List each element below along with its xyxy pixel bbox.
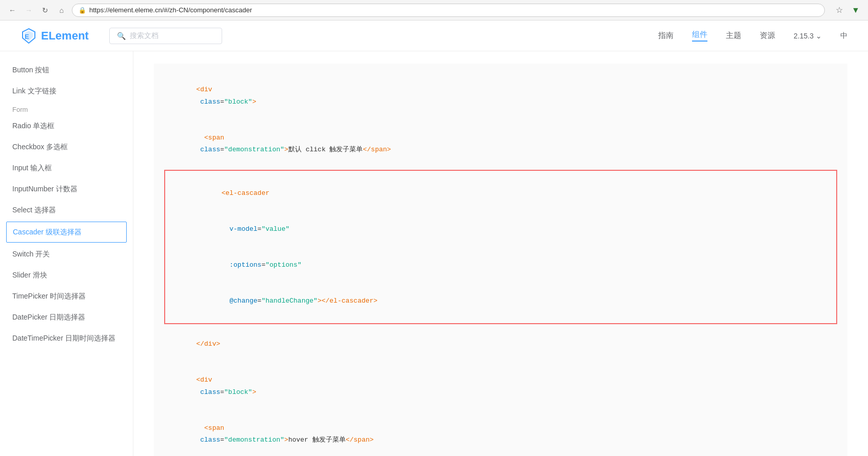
nav-guide[interactable]: 指南 (658, 31, 674, 41)
sidebar-item-inputnumber[interactable]: InputNumber 计数器 (0, 179, 133, 200)
sidebar-item-select[interactable]: Select 选择器 (0, 200, 133, 221)
url-text: https://element.eleme.cn/#/zh-CN/compone… (89, 6, 252, 14)
sidebar-item-switch[interactable]: Switch 开关 (0, 244, 133, 265)
home-button[interactable]: ⌂ (55, 4, 68, 16)
content-area: <div class="block"> <span class="demonst… (133, 51, 868, 456)
sidebar-item-link[interactable]: Link 文字链接 (0, 81, 133, 102)
nav-theme[interactable]: 主题 (726, 31, 741, 41)
code-line-8: <div class="block"> (164, 362, 837, 410)
code-line-9: <span class="demonstration">hover 触发子菜单<… (164, 410, 837, 456)
sidebar-item-radio[interactable]: Radio 单选框 (0, 115, 133, 136)
chevron-down-icon: ⌄ (816, 32, 822, 40)
sidebar-section-form: Form (0, 102, 133, 115)
sidebar-item-timepicker[interactable]: TimePicker 时间选择器 (0, 286, 133, 307)
code-line-2: <span class="demonstration">默认 click 触发子… (164, 120, 837, 168)
code-line-6: @change="handleChange"></el-cascader> (173, 283, 828, 319)
nav-resource[interactable]: 资源 (760, 31, 775, 41)
extension-button[interactable]: ▼ (850, 4, 862, 16)
code-line-4: v-model="value" (173, 211, 828, 247)
code-line-7: </div> (164, 326, 837, 362)
nav-component[interactable]: 组件 (692, 30, 707, 42)
language-selector[interactable]: 中 (840, 31, 847, 41)
sidebar-item-datetimepicker[interactable]: DateTimePicker 日期时间选择器 (0, 328, 133, 349)
sidebar-item-datepicker[interactable]: DatePicker 日期选择器 (0, 307, 133, 328)
sidebar-item-input[interactable]: Input 输入框 (0, 157, 133, 179)
reload-button[interactable]: ↻ (39, 4, 51, 16)
code-line-1: <div class="block"> (164, 72, 837, 120)
back-button[interactable]: ← (6, 4, 18, 16)
lock-icon: 🔒 (78, 7, 86, 14)
browser-chrome: ← → ↻ ⌂ 🔒 https://element.eleme.cn/#/zh-… (0, 0, 868, 21)
search-box[interactable]: 🔍 搜索文档 (109, 28, 222, 44)
code-block: <div class="block"> <span class="demonst… (154, 64, 847, 456)
nav-links: 指南 组件 主题 资源 2.15.3 ⌄ 中 (658, 30, 847, 42)
address-bar[interactable]: 🔒 https://element.eleme.cn/#/zh-CN/compo… (72, 4, 825, 17)
sidebar-item-button[interactable]: Button 按钮 (0, 60, 133, 81)
logo-text: ELement (41, 29, 89, 43)
sidebar: Button 按钮 Link 文字链接 Form Radio 单选框 Check… (0, 51, 133, 456)
code-highlight-block: <el-cascader v-model="value" :options="o… (164, 170, 837, 324)
version-selector[interactable]: 2.15.3 ⌄ (794, 32, 822, 40)
sidebar-item-slider[interactable]: Slider 滑块 (0, 265, 133, 286)
logo-icon: E (21, 28, 37, 44)
logo[interactable]: E ELement (21, 28, 89, 44)
code-line-5: :options="options" (173, 247, 828, 283)
star-button[interactable]: ☆ (833, 4, 845, 16)
browser-actions: ☆ ▼ (833, 4, 862, 16)
forward-button[interactable]: → (23, 4, 35, 16)
sidebar-item-checkbox[interactable]: Checkbox 多选框 (0, 136, 133, 157)
search-placeholder: 搜索文档 (130, 31, 159, 41)
sidebar-item-cascader[interactable]: Cascader 级联选择器 (6, 222, 127, 243)
main-layout: Button 按钮 Link 文字链接 Form Radio 单选框 Check… (0, 51, 868, 456)
svg-text:E: E (25, 33, 29, 41)
top-nav: E ELement 🔍 搜索文档 指南 组件 主题 资源 2.15.3 ⌄ 中 (0, 21, 868, 51)
search-icon: 🔍 (117, 32, 126, 40)
code-line-3: <el-cascader (173, 175, 828, 211)
